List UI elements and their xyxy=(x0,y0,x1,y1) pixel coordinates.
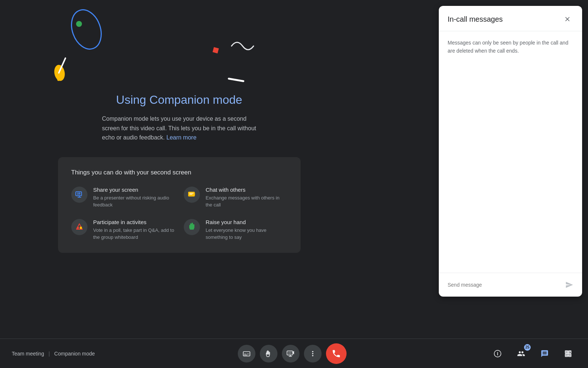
main-content: Using Companion mode Companion mode lets… xyxy=(0,0,358,346)
controls-center xyxy=(238,343,347,364)
chat-icon-bg xyxy=(184,187,200,203)
meeting-divider: | xyxy=(49,351,50,357)
present-icon xyxy=(287,350,295,358)
panel-header: In-call messages xyxy=(439,6,582,31)
page-title: Using Companion mode xyxy=(116,93,242,107)
close-icon xyxy=(564,15,571,23)
more-options-button[interactable] xyxy=(304,345,322,362)
svg-rect-7 xyxy=(77,192,80,195)
activities-text: Participate in activites Vote in a poll,… xyxy=(93,219,175,241)
message-input-row xyxy=(448,279,573,291)
svg-rect-14 xyxy=(288,352,292,354)
svg-rect-4 xyxy=(212,47,219,53)
share-screen-text: Share your screen Be a presenter without… xyxy=(93,187,175,209)
bottom-bar: Team meeting | Companion mode xyxy=(0,339,588,368)
raise-hand-button[interactable] xyxy=(260,345,277,362)
svg-point-16 xyxy=(312,353,313,354)
activities-icon xyxy=(75,223,84,231)
panel-footer xyxy=(439,273,582,297)
feature-raise-hand: Raise your hand Let everyone know you ha… xyxy=(184,219,287,241)
chat-panel-button[interactable] xyxy=(537,346,553,362)
svg-point-0 xyxy=(66,6,106,53)
hand-icon xyxy=(265,350,273,358)
info-button[interactable] xyxy=(490,346,506,362)
svg-point-1 xyxy=(76,21,82,27)
features-card-title: Things you can do with your second scree… xyxy=(71,169,287,176)
present-button[interactable] xyxy=(282,345,300,362)
activities-panel-button[interactable] xyxy=(560,346,576,362)
activities-icon-bg xyxy=(71,219,87,235)
people-icon xyxy=(517,350,525,358)
end-call-button[interactable] xyxy=(326,343,347,364)
companion-mode-label: Companion mode xyxy=(54,351,95,357)
panel-body: Messages can only be seen by people in t… xyxy=(439,31,582,273)
raise-hand-icon-bg xyxy=(184,219,200,235)
feature-activities: Participate in activites Vote in a poll,… xyxy=(71,219,175,241)
svg-point-17 xyxy=(312,355,313,356)
controls-right: 25 xyxy=(490,346,576,362)
page-description: Companion mode lets you use your device … xyxy=(102,114,257,142)
svg-line-3 xyxy=(59,58,65,73)
panel-title: In-call messages xyxy=(448,15,503,24)
svg-point-10 xyxy=(77,227,79,229)
feature-share-screen: Share your screen Be a presenter without… xyxy=(71,187,175,209)
captions-button[interactable] xyxy=(238,345,255,362)
share-screen-icon xyxy=(75,190,84,199)
more-options-icon xyxy=(309,350,317,358)
send-message-button[interactable] xyxy=(565,281,573,289)
raise-hand-text: Raise your hand Let everyone know you ha… xyxy=(206,219,287,241)
features-card: Things you can do with your second scree… xyxy=(58,157,301,253)
learn-more-link[interactable]: Learn more xyxy=(166,134,197,141)
send-icon xyxy=(565,281,573,289)
side-panel: In-call messages Messages can only be se… xyxy=(439,6,582,297)
svg-line-5 xyxy=(229,74,243,86)
info-icon xyxy=(494,350,502,358)
features-grid: Share your screen Be a presenter without… xyxy=(71,187,287,241)
chat-icon xyxy=(187,190,196,199)
raise-hand-icon xyxy=(187,223,196,231)
feature-chat: Chat with others Exchange messages with … xyxy=(184,187,287,209)
activities-panel-icon xyxy=(564,350,572,358)
chat-text: Chat with others Exchange messages with … xyxy=(206,187,287,209)
svg-rect-11 xyxy=(80,227,82,229)
people-badge: 25 xyxy=(524,344,531,351)
chat-panel-icon xyxy=(541,350,549,358)
svg-point-2 xyxy=(53,64,66,82)
share-screen-icon-bg xyxy=(71,187,87,203)
close-panel-button[interactable] xyxy=(562,13,573,25)
svg-point-15 xyxy=(312,351,313,352)
panel-info-text: Messages can only be seen by people in t… xyxy=(448,39,573,55)
meeting-name: Team meeting xyxy=(12,351,44,357)
end-call-icon xyxy=(331,349,341,358)
meeting-info: Team meeting | Companion mode xyxy=(12,351,95,357)
people-button[interactable]: 25 xyxy=(513,346,529,362)
message-input[interactable] xyxy=(448,279,562,291)
captions-icon xyxy=(243,350,251,358)
